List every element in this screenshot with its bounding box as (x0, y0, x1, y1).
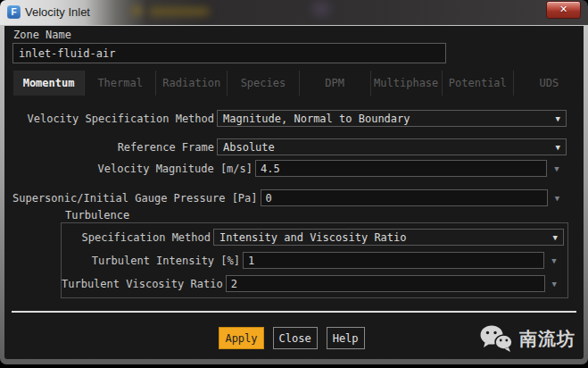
chevron-down-icon: ▼ (556, 143, 560, 152)
chevron-down-icon: ▼ (553, 233, 558, 242)
close-button[interactable]: Close (273, 327, 318, 349)
close-icon: ✕ (559, 4, 567, 15)
supersonic-pressure-label: Supersonic/Initial Gauge Pressure [Pa] (12, 192, 261, 205)
turb-spec-method-dropdown[interactable]: Intensity and Viscosity Ratio ▼ (213, 229, 564, 246)
turb-spec-method-label: Specification Method (82, 231, 214, 244)
wechat-watermark: 南流坊 (479, 324, 576, 353)
reference-frame-row: Reference Frame Absolute ▼ (12, 138, 567, 155)
turbulent-intensity-label: Turbulent Intensity [%] (92, 255, 243, 267)
velocity-magnitude-spinner-icon[interactable]: ▼ (547, 164, 567, 173)
velocity-magnitude-row: Velocity Magnitude [m/s] ▼ (12, 160, 567, 177)
turbulence-group-label: Turbulence (65, 210, 571, 222)
turbulence-group: Specification Method Intensity and Visco… (61, 222, 568, 298)
turbulent-intensity-row: Turbulent Intensity [%] ▼ (62, 252, 564, 269)
tab-radiation[interactable]: Radiation (155, 71, 227, 96)
blurred-watermark-dot (131, 5, 143, 16)
turbulent-viscosity-row: Turbulent Viscosity Ratio ▼ (62, 275, 564, 292)
velocity-magnitude-label: Velocity Magnitude [m/s] (98, 163, 255, 175)
reference-frame-label: Reference Frame (118, 141, 217, 154)
turbulent-intensity-spinner-icon[interactable]: ▼ (544, 256, 564, 265)
turbulent-viscosity-label: Turbulent Viscosity Ratio (62, 278, 226, 290)
supersonic-pressure-input[interactable] (261, 189, 548, 206)
tab-bar: Momentum Thermal Radiation Species DPM M… (13, 71, 584, 96)
blurred-smudge (312, 2, 330, 16)
supersonic-pressure-row: Supersonic/Initial Gauge Pressure [Pa] ▼ (12, 189, 567, 206)
tab-thermal[interactable]: Thermal (84, 71, 155, 96)
tab-uds[interactable]: UDS (513, 71, 584, 96)
tab-multiphase[interactable]: Multiphase (370, 71, 442, 96)
supersonic-pressure-spinner-icon[interactable]: ▼ (548, 194, 567, 203)
watermark-text: 南流坊 (519, 327, 576, 351)
velocity-spec-value: Magnitude, Normal to Boundary (223, 113, 551, 125)
window-frame: Zone Name Momentum Thermal Radiation Spe… (0, 25, 588, 364)
turb-spec-method-value: Intensity and Viscosity Ratio (219, 231, 548, 244)
velocity-spec-label: Velocity Specification Method (27, 113, 217, 125)
help-button[interactable]: Help (327, 327, 365, 349)
turbulent-intensity-input[interactable] (243, 252, 544, 269)
fluent-app-icon: F (7, 5, 21, 19)
tab-species[interactable]: Species (227, 71, 298, 96)
turb-spec-method-row: Specification Method Intensity and Visco… (62, 229, 564, 246)
zone-name-input[interactable] (12, 43, 446, 63)
velocity-spec-dropdown[interactable]: Magnitude, Normal to Boundary ▼ (217, 110, 567, 127)
blurred-watermark-text (149, 7, 210, 16)
zone-name-label: Zone Name (13, 29, 571, 42)
reference-frame-dropdown[interactable]: Absolute ▼ (217, 138, 567, 155)
title-bar[interactable]: F Velocity Inlet ✕ (0, 0, 588, 25)
close-window-button[interactable]: ✕ (546, 1, 581, 19)
tab-dpm[interactable]: DPM (299, 71, 370, 96)
velocity-spec-row: Velocity Specification Method Magnitude,… (12, 110, 567, 127)
tab-momentum[interactable]: Momentum (13, 71, 84, 96)
velocity-magnitude-input[interactable] (255, 160, 547, 177)
reference-frame-value: Absolute (223, 141, 551, 154)
turbulent-viscosity-spinner-icon[interactable]: ▼ (545, 280, 564, 289)
tab-potential[interactable]: Potential (442, 71, 513, 96)
dialog-content: Zone Name Momentum Thermal Radiation Spe… (4, 26, 584, 359)
button-separator (12, 311, 576, 313)
turbulent-viscosity-input[interactable] (226, 275, 545, 292)
wechat-icon (479, 324, 513, 353)
window-title: Velocity Inlet (25, 5, 90, 19)
apply-button[interactable]: Apply (219, 327, 263, 349)
chevron-down-icon: ▼ (556, 114, 560, 123)
